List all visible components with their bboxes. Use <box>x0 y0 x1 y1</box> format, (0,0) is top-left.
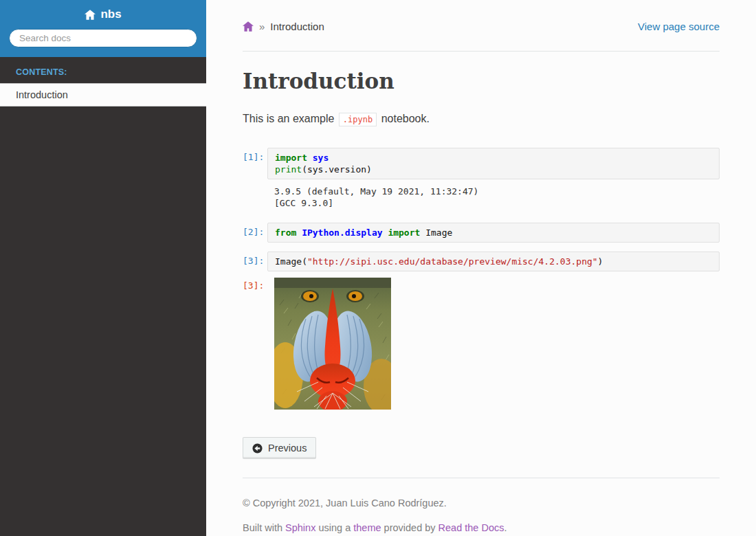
previous-button-label: Previous <box>268 443 307 454</box>
sidebar-item-introduction[interactable]: Introduction <box>0 83 206 107</box>
code-cell-1-input: [1]: import sys print(sys.version) <box>243 148 720 179</box>
built-text: provided by <box>381 522 438 533</box>
breadcrumb-divider <box>243 51 720 52</box>
breadcrumb-current: Introduction <box>270 21 324 32</box>
cell-1-in-prompt: [1]: <box>243 148 267 164</box>
breadcrumb: » Introduction View page source <box>243 21 720 32</box>
code-cell-1-output: 3.9.5 (default, May 19 2021, 11:32:47) [… <box>243 184 720 209</box>
cell-3-output-area <box>267 276 720 412</box>
inline-code-ipynb: .ipynb <box>339 113 377 126</box>
cell-1-output-area: 3.9.5 (default, May 19 2021, 11:32:47) [… <box>267 184 720 209</box>
read-the-docs-link[interactable]: Read the Docs <box>438 522 504 533</box>
cell-3-input-area: Image("http://sipi.usc.edu/database/prev… <box>267 252 720 271</box>
sidebar: nbs CONTENTS: Introduction <box>0 0 206 536</box>
project-title: nbs <box>100 8 121 21</box>
cell-3-out-prompt: [3]: <box>243 276 267 292</box>
sidebar-header: nbs <box>0 0 206 57</box>
theme-link[interactable]: theme <box>353 522 381 533</box>
copyright-text: © Copyright 2021, Juan Luis Cano Rodrígu… <box>243 496 720 511</box>
cell-1-input-area: import sys print(sys.version) <box>267 148 720 179</box>
built-text: . <box>504 522 507 533</box>
page-title: Introduction <box>243 69 720 93</box>
intro-text-post: notebook. <box>378 113 430 124</box>
breadcrumb-separator: » <box>259 21 265 32</box>
code-cell-3-input: [3]: Image("http://sipi.usc.edu/database… <box>243 252 720 271</box>
arrow-circle-left-icon <box>252 443 263 454</box>
intro-text-pre: This is an example <box>243 113 337 124</box>
code-cell-3-output: [3]: <box>243 276 720 412</box>
project-home-link[interactable]: nbs <box>9 8 197 21</box>
view-page-source-link[interactable]: View page source <box>638 21 720 32</box>
sphinx-link[interactable]: Sphinx <box>285 522 315 533</box>
cell-2-in-prompt: [2]: <box>243 223 267 238</box>
cell-2-input-area: from IPython.display import Image <box>267 223 720 243</box>
built-text: Built with <box>243 522 285 533</box>
footer: © Copyright 2021, Juan Luis Cano Rodrígu… <box>243 478 720 535</box>
main-content: » Introduction View page source Introduc… <box>206 0 756 536</box>
cell-1-output-line: 3.9.5 (default, May 19 2021, 11:32:47) <box>274 186 713 197</box>
cell-1-output-line: [GCC 9.3.0] <box>274 197 713 209</box>
cell-3-in-prompt: [3]: <box>243 252 267 267</box>
intro-paragraph: This is an example .ipynb notebook. <box>243 111 720 128</box>
code-cell-2-input: [2]: from IPython.display import Image <box>243 223 720 243</box>
sidebar-caption: CONTENTS: <box>0 57 206 83</box>
pager: Previous <box>243 437 720 459</box>
mandrill-test-image <box>274 278 391 410</box>
search-input[interactable] <box>9 29 197 47</box>
built-text: using a <box>315 522 353 533</box>
home-icon <box>85 10 96 20</box>
previous-button[interactable]: Previous <box>243 437 316 459</box>
breadcrumb-home-icon[interactable] <box>243 21 254 32</box>
built-with-text: Built with Sphinx using a theme provided… <box>243 521 720 535</box>
